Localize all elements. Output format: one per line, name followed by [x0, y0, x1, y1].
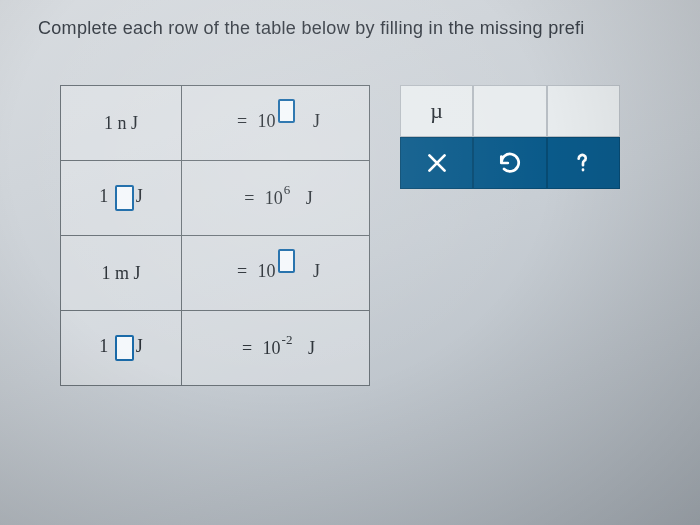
one: 1 [99, 186, 108, 206]
prefix-input[interactable] [115, 185, 134, 211]
left-cell: 1 m J [61, 236, 182, 311]
prefix-table: 1 n J = 10 J 1 J = 106 J 1 m [60, 85, 370, 386]
base: 10 [257, 261, 275, 282]
one: 1 [99, 336, 108, 356]
unit: J [313, 261, 320, 281]
prefix: n [117, 113, 126, 133]
clear-button[interactable] [400, 137, 473, 189]
prefix: m [115, 263, 129, 283]
exponent: -2 [282, 332, 293, 347]
equals: = [231, 111, 253, 132]
one: 1 [104, 113, 113, 133]
table-row: 1 J = 106 J [61, 161, 370, 236]
table-row: 1 J = 10-2 J [61, 311, 370, 386]
right-cell: = 10 J [182, 236, 370, 311]
right-cell: = 10-2 J [182, 311, 370, 386]
palette-row-bottom [400, 137, 620, 189]
table-row: 1 m J = 10 J [61, 236, 370, 311]
equals: = [236, 338, 258, 359]
unit: J [136, 336, 143, 356]
mu-button[interactable]: µ [400, 85, 473, 137]
content-area: 1 n J = 10 J 1 J = 106 J 1 m [60, 85, 620, 386]
right-cell: = 10 J [182, 86, 370, 161]
symbol-palette: µ [400, 85, 620, 189]
exponent-input[interactable] [278, 99, 295, 123]
equals: = [231, 261, 253, 282]
left-cell: 1 J [61, 311, 182, 386]
table-row: 1 n J = 10 J [61, 86, 370, 161]
equals: = [238, 188, 260, 209]
unit: J [134, 263, 141, 283]
instruction-text: Complete each row of the table below by … [38, 18, 585, 39]
undo-button[interactable] [473, 137, 546, 189]
prefix-input[interactable] [115, 335, 134, 361]
unit: J [308, 338, 315, 358]
one: 1 [101, 263, 110, 283]
help-icon [570, 150, 596, 176]
unit: J [306, 188, 313, 208]
close-icon [424, 150, 450, 176]
base: 10 [257, 111, 275, 132]
unit: J [136, 186, 143, 206]
palette-blank[interactable] [547, 85, 620, 137]
unit: J [131, 113, 138, 133]
palette-row-top: µ [400, 85, 620, 137]
exponent: 6 [284, 182, 291, 197]
undo-icon [497, 150, 523, 176]
unit: J [313, 111, 320, 131]
help-button[interactable] [547, 137, 620, 189]
palette-blank[interactable] [473, 85, 546, 137]
left-cell: 1 n J [61, 86, 182, 161]
right-cell: = 106 J [182, 161, 370, 236]
exponent-input[interactable] [278, 249, 295, 273]
base: 10 [263, 338, 281, 359]
base: 10 [265, 188, 283, 209]
left-cell: 1 J [61, 161, 182, 236]
